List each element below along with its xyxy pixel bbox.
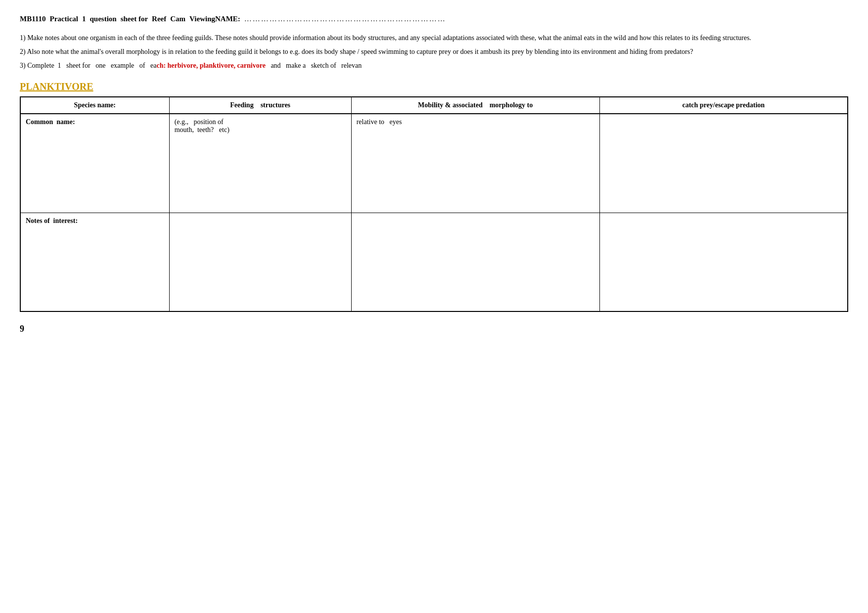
cell-common-catch: [599, 114, 848, 213]
feeding-note: (e.g., position ofmouth, teeth? etc): [175, 118, 229, 133]
observation-table: Species name: Feeding structures Mobilit…: [20, 96, 848, 312]
instruction-line1: 1) Make notes about one organism in each…: [20, 32, 848, 44]
cell-common-label: Common name:: [20, 114, 169, 213]
cell-notes-feeding: [169, 213, 351, 311]
instruction-line3: 3) Complete 1 sheet for one example of e…: [20, 60, 848, 72]
header-label: question: [90, 15, 116, 23]
page-header: MB1110 Practical 1 question sheet for Re…: [20, 15, 848, 23]
table-row-notes: Notes of interest:: [20, 213, 848, 311]
instruction-line2: 2) Also note what the animal's overall m…: [20, 46, 848, 58]
col-header-species: Species name:: [20, 97, 169, 114]
cell-notes-label: Notes of interest:: [20, 213, 169, 311]
cell-common-mobility: relative to eyes: [351, 114, 599, 213]
table-row-common: Common name: (e.g., position ofmouth, te…: [20, 114, 848, 213]
mobility-note: relative to: [357, 118, 384, 126]
cell-notes-catch: [599, 213, 848, 311]
guild-title: PLANKTIVORE: [20, 81, 848, 92]
eyes-note: eyes: [390, 118, 402, 126]
cell-notes-mobility: [351, 213, 599, 311]
header-viewing: ViewingNAME:: [189, 15, 240, 23]
header-type: Practical: [50, 15, 78, 23]
header-code: MB1110: [20, 15, 46, 23]
header-cam: Cam: [170, 15, 185, 23]
col-header-feeding: Feeding structures: [169, 97, 351, 114]
table-header-row: Species name: Feeding structures Mobilit…: [20, 97, 848, 114]
col-header-catch: catch prey/escape predation: [599, 97, 848, 114]
header-sheet: sheet for: [121, 15, 148, 23]
col-header-mobility: Mobility & associated morphology to: [351, 97, 599, 114]
instructions-block: 1) Make notes about one organism in each…: [20, 32, 848, 71]
cell-common-feeding: (e.g., position ofmouth, teeth? etc): [169, 114, 351, 213]
page-number: 9: [20, 324, 848, 334]
header-number: 1: [82, 15, 86, 23]
header-dots: ………………………………………………………………: [244, 15, 848, 23]
header-reef: Reef: [152, 15, 166, 23]
